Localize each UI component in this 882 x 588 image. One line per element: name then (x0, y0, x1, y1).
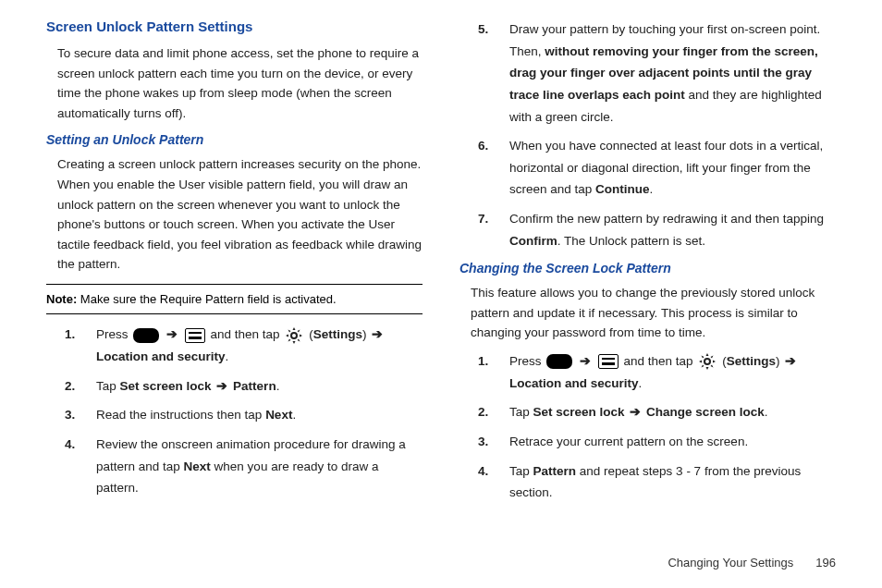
note-label: Note: (46, 292, 77, 306)
right-column: Draw your pattern by touching your first… (459, 18, 836, 546)
sub2-paragraph: This feature allows you to change the pr… (471, 283, 836, 343)
svg-point-0 (291, 333, 297, 338)
note-block: Note: Make sure the Require Pattern fiel… (46, 284, 423, 315)
step-c1: Press ➔ and then tap (Settings) ➔ Locati… (478, 350, 836, 394)
step-1: Press ➔ and then tap (Settings) ➔ Locati… (65, 324, 423, 367)
menu-button-icon (598, 354, 619, 369)
arrow-icon: ➔ (372, 327, 383, 341)
step-3: Read the instructions then tap Next. (65, 404, 423, 426)
arrow-icon: ➔ (785, 354, 796, 368)
left-column: Screen Unlock Pattern Settings To secure… (46, 18, 423, 546)
step-c3: Retrace your current pattern on the scre… (478, 431, 836, 453)
page-footer: Changing Your Settings 196 (46, 546, 836, 570)
gear-icon (698, 352, 717, 371)
footer-section: Changing Your Settings (668, 556, 793, 570)
subheading-setting-pattern: Setting an Unlock Pattern (46, 132, 423, 147)
page-columns: Screen Unlock Pattern Settings To secure… (46, 18, 836, 546)
step-c4: Tap Pattern and repeat steps 3 - 7 from … (478, 460, 836, 504)
subheading-changing-pattern: Changing the Screen Lock Pattern (459, 261, 836, 276)
svg-point-1 (704, 359, 710, 364)
note-text: Make sure the Require Pattern field is a… (77, 292, 336, 306)
menu-button-icon (185, 328, 205, 343)
steps-list-setting: Press ➔ and then tap (Settings) ➔ Locati… (65, 324, 423, 498)
arrow-icon: ➔ (166, 327, 178, 341)
gear-icon (285, 326, 303, 345)
step-6: When you have connected at least four do… (478, 135, 836, 201)
step-c2: Tap Set screen lock ➔ Change screen lock… (478, 401, 836, 423)
step-5: Draw your pattern by touching your first… (478, 18, 836, 128)
step-2: Tap Set screen lock ➔ Pattern. (65, 375, 423, 398)
step-7: Confirm the new pattern by redrawing it … (478, 208, 836, 251)
arrow-icon: ➔ (580, 354, 591, 368)
steps-list-changing: Press ➔ and then tap (Settings) ➔ Locati… (478, 350, 836, 504)
intro-paragraph: To secure data and limit phone access, s… (57, 43, 423, 123)
home-button-icon (546, 354, 572, 369)
step-4: Review the onscreen animation procedure … (65, 434, 423, 499)
arrow-icon: ➔ (630, 405, 641, 419)
heading-main: Screen Unlock Pattern Settings (46, 18, 423, 34)
arrow-icon: ➔ (216, 379, 227, 393)
steps-list-continued: Draw your pattern by touching your first… (478, 18, 836, 251)
sub1-paragraph: Creating a screen unlock pattern increas… (57, 154, 423, 275)
page-number: 196 (815, 556, 836, 570)
home-button-icon (133, 328, 159, 343)
